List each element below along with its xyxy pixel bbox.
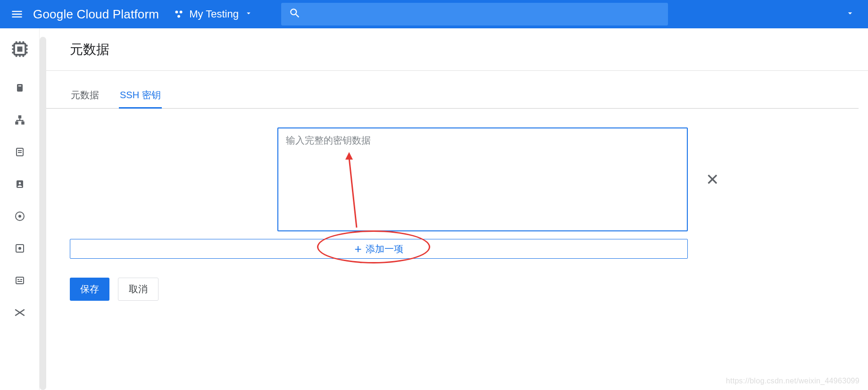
svg-rect-21 xyxy=(17,281,22,282)
menu-icon[interactable] xyxy=(6,8,28,21)
brand-title: Google Cloud Platform xyxy=(33,7,159,22)
project-icon xyxy=(173,8,184,20)
top-header: Google Cloud Platform My Testing xyxy=(0,0,868,28)
add-item-button[interactable]: + 添加一项 xyxy=(70,239,688,259)
chevron-down-icon xyxy=(845,8,855,20)
svg-point-0 xyxy=(175,10,178,13)
scrollbar[interactable] xyxy=(40,37,46,390)
add-item-label: 添加一项 xyxy=(366,243,403,255)
sidebar-icons xyxy=(13,81,26,319)
title-bar: 元数据 xyxy=(46,28,868,71)
sidebar-item-2-icon[interactable] xyxy=(13,113,26,127)
svg-rect-5 xyxy=(18,85,21,86)
svg-rect-10 xyxy=(18,150,22,151)
sidebar-item-4-icon[interactable] xyxy=(13,178,26,191)
sidebar-item-6-icon[interactable] xyxy=(13,242,26,255)
ssh-key-row: ✕ xyxy=(70,127,844,231)
watermark: https://blog.csdn.net/weixin_44963099 xyxy=(726,377,860,385)
svg-point-15 xyxy=(18,215,21,218)
tab-metadata[interactable]: 元数据 xyxy=(70,83,100,108)
search-icon xyxy=(289,7,301,21)
svg-rect-4 xyxy=(17,84,23,92)
sidebar xyxy=(0,28,40,390)
svg-rect-11 xyxy=(18,152,22,153)
ssh-key-input[interactable] xyxy=(277,127,688,231)
page-title: 元数据 xyxy=(70,41,109,59)
project-selector[interactable]: My Testing xyxy=(173,8,253,20)
svg-point-17 xyxy=(18,247,21,250)
chevron-down-icon xyxy=(244,9,253,19)
sidebar-item-7-icon[interactable] xyxy=(13,274,26,287)
svg-rect-6 xyxy=(18,115,21,119)
svg-point-2 xyxy=(177,15,180,18)
sidebar-item-1-icon[interactable] xyxy=(13,81,26,94)
ssh-keys-area: ✕ + 添加一项 保存 取消 xyxy=(46,109,868,301)
tab-ssh-keys[interactable]: SSH 密钥 xyxy=(119,83,162,108)
svg-rect-19 xyxy=(17,279,19,280)
plus-icon: + xyxy=(354,243,361,255)
header-right-caret[interactable] xyxy=(845,8,862,20)
remove-key-icon[interactable]: ✕ xyxy=(706,170,719,189)
action-buttons: 保存 取消 xyxy=(70,278,844,301)
sidebar-item-3-icon[interactable] xyxy=(13,145,26,159)
sidebar-item-8-icon[interactable] xyxy=(13,306,26,319)
body: 元数据 元数据 SSH 密钥 ✕ + 添加一项 保存 取消 xyxy=(0,28,868,390)
svg-rect-18 xyxy=(16,277,24,284)
search-input-container[interactable] xyxy=(281,3,668,25)
cancel-button[interactable]: 取消 xyxy=(118,278,159,301)
tabs: 元数据 SSH 密钥 xyxy=(46,83,859,109)
svg-rect-20 xyxy=(20,279,22,280)
svg-rect-8 xyxy=(21,121,25,125)
compute-engine-icon[interactable] xyxy=(8,38,31,60)
svg-point-1 xyxy=(180,10,183,13)
svg-rect-7 xyxy=(15,121,18,125)
sidebar-item-5-icon[interactable] xyxy=(13,210,26,223)
main-content: 元数据 元数据 SSH 密钥 ✕ + 添加一项 保存 取消 xyxy=(46,28,868,390)
svg-point-13 xyxy=(18,182,21,185)
project-name: My Testing xyxy=(189,8,239,20)
save-button[interactable]: 保存 xyxy=(70,278,109,301)
